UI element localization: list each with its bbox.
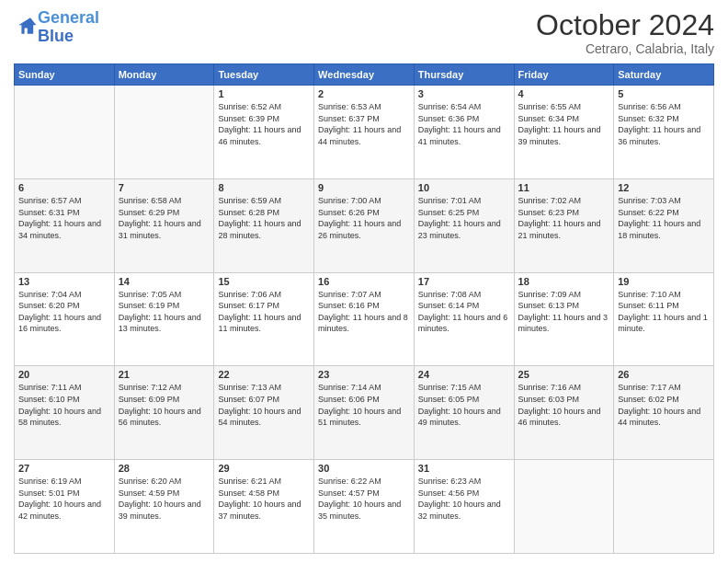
day-info: Sunrise: 6:22 AM Sunset: 4:57 PM Dayligh… [318, 476, 410, 522]
calendar-day-cell: 3Sunrise: 6:54 AM Sunset: 6:36 PM Daylig… [414, 86, 514, 179]
day-info: Sunrise: 7:01 AM Sunset: 6:25 PM Dayligh… [418, 195, 510, 241]
day-info: Sunrise: 6:52 AM Sunset: 6:39 PM Dayligh… [218, 101, 310, 147]
day-number: 28 [119, 463, 210, 474]
day-info: Sunrise: 7:15 AM Sunset: 6:05 PM Dayligh… [418, 382, 510, 428]
day-number: 6 [18, 182, 110, 193]
day-info: Sunrise: 6:55 AM Sunset: 6:34 PM Dayligh… [518, 101, 610, 147]
day-info: Sunrise: 7:06 AM Sunset: 6:17 PM Dayligh… [218, 289, 310, 335]
page: General Blue October 2024 Cetraro, Calab… [0, 0, 728, 563]
day-number: 30 [318, 463, 410, 474]
calendar-day-cell: 28Sunrise: 6:20 AM Sunset: 4:59 PM Dayli… [114, 460, 214, 554]
weekday-header: Wednesday [314, 64, 415, 86]
day-number: 7 [119, 182, 210, 193]
day-number: 31 [418, 463, 510, 474]
calendar-day-cell: 13Sunrise: 7:04 AM Sunset: 6:20 PM Dayli… [15, 272, 115, 366]
day-info: Sunrise: 7:11 AM Sunset: 6:10 PM Dayligh… [18, 382, 110, 428]
day-info: Sunrise: 7:13 AM Sunset: 6:07 PM Dayligh… [218, 382, 310, 428]
calendar-week-row: 20Sunrise: 7:11 AM Sunset: 6:10 PM Dayli… [15, 366, 714, 460]
calendar-day-cell: 11Sunrise: 7:02 AM Sunset: 6:23 PM Dayli… [514, 178, 614, 272]
day-number: 27 [18, 463, 110, 474]
calendar-header-row: SundayMondayTuesdayWednesdayThursdayFrid… [15, 64, 714, 86]
day-number: 18 [518, 276, 610, 287]
day-info: Sunrise: 6:59 AM Sunset: 6:28 PM Dayligh… [218, 195, 310, 241]
calendar-day-cell [114, 86, 214, 179]
calendar-day-cell: 14Sunrise: 7:05 AM Sunset: 6:19 PM Dayli… [114, 272, 214, 366]
day-info: Sunrise: 7:10 AM Sunset: 6:11 PM Dayligh… [618, 289, 710, 335]
calendar-day-cell: 8Sunrise: 6:59 AM Sunset: 6:28 PM Daylig… [214, 178, 314, 272]
calendar-day-cell: 22Sunrise: 7:13 AM Sunset: 6:07 PM Dayli… [214, 366, 314, 460]
day-info: Sunrise: 7:07 AM Sunset: 6:16 PM Dayligh… [318, 289, 410, 335]
day-info: Sunrise: 6:57 AM Sunset: 6:31 PM Dayligh… [18, 195, 110, 241]
day-number: 4 [518, 88, 610, 99]
day-number: 3 [418, 88, 510, 99]
day-number: 15 [218, 276, 310, 287]
day-number: 20 [18, 369, 110, 380]
calendar-day-cell: 4Sunrise: 6:55 AM Sunset: 6:34 PM Daylig… [514, 86, 614, 179]
svg-marker-0 [18, 17, 36, 34]
day-number: 11 [518, 182, 610, 193]
day-number: 25 [518, 369, 610, 380]
day-info: Sunrise: 6:21 AM Sunset: 4:58 PM Dayligh… [218, 476, 310, 522]
logo-text: General Blue [38, 9, 99, 46]
day-info: Sunrise: 7:12 AM Sunset: 6:09 PM Dayligh… [119, 382, 210, 428]
day-info: Sunrise: 7:16 AM Sunset: 6:03 PM Dayligh… [518, 382, 610, 428]
day-number: 21 [119, 369, 210, 380]
location: Cetraro, Calabria, Italy [536, 41, 714, 56]
day-info: Sunrise: 6:19 AM Sunset: 5:01 PM Dayligh… [18, 476, 110, 522]
header: General Blue October 2024 Cetraro, Calab… [14, 9, 714, 56]
calendar-day-cell: 5Sunrise: 6:56 AM Sunset: 6:32 PM Daylig… [614, 86, 714, 179]
calendar-day-cell [15, 86, 115, 179]
day-number: 17 [418, 276, 510, 287]
calendar: SundayMondayTuesdayWednesdayThursdayFrid… [14, 63, 714, 554]
day-info: Sunrise: 6:53 AM Sunset: 6:37 PM Dayligh… [318, 101, 410, 147]
weekday-header: Friday [514, 64, 614, 86]
month-title: October 2024 [536, 9, 714, 41]
calendar-day-cell: 29Sunrise: 6:21 AM Sunset: 4:58 PM Dayli… [214, 460, 314, 554]
day-number: 5 [618, 88, 710, 99]
weekday-header: Sunday [15, 64, 115, 86]
day-number: 16 [318, 276, 410, 287]
day-number: 22 [218, 369, 310, 380]
calendar-day-cell: 6Sunrise: 6:57 AM Sunset: 6:31 PM Daylig… [15, 178, 115, 272]
calendar-day-cell: 1Sunrise: 6:52 AM Sunset: 6:39 PM Daylig… [214, 86, 314, 179]
calendar-day-cell: 18Sunrise: 7:09 AM Sunset: 6:13 PM Dayli… [514, 272, 614, 366]
day-number: 10 [418, 182, 510, 193]
day-info: Sunrise: 6:56 AM Sunset: 6:32 PM Dayligh… [618, 101, 710, 147]
calendar-day-cell: 17Sunrise: 7:08 AM Sunset: 6:14 PM Dayli… [414, 272, 514, 366]
calendar-day-cell: 16Sunrise: 7:07 AM Sunset: 6:16 PM Dayli… [314, 272, 415, 366]
day-number: 9 [318, 182, 410, 193]
logo-icon [16, 15, 38, 37]
calendar-day-cell: 24Sunrise: 7:15 AM Sunset: 6:05 PM Dayli… [414, 366, 514, 460]
day-number: 26 [618, 369, 710, 380]
calendar-day-cell: 25Sunrise: 7:16 AM Sunset: 6:03 PM Dayli… [514, 366, 614, 460]
calendar-day-cell: 12Sunrise: 7:03 AM Sunset: 6:22 PM Dayli… [614, 178, 714, 272]
calendar-day-cell: 27Sunrise: 6:19 AM Sunset: 5:01 PM Dayli… [15, 460, 115, 554]
day-number: 19 [618, 276, 710, 287]
day-info: Sunrise: 6:20 AM Sunset: 4:59 PM Dayligh… [119, 476, 210, 522]
day-number: 8 [218, 182, 310, 193]
day-info: Sunrise: 7:09 AM Sunset: 6:13 PM Dayligh… [518, 289, 610, 335]
calendar-week-row: 6Sunrise: 6:57 AM Sunset: 6:31 PM Daylig… [15, 178, 714, 272]
day-info: Sunrise: 6:54 AM Sunset: 6:36 PM Dayligh… [418, 101, 510, 147]
calendar-day-cell: 20Sunrise: 7:11 AM Sunset: 6:10 PM Dayli… [15, 366, 115, 460]
day-number: 24 [418, 369, 510, 380]
day-info: Sunrise: 7:05 AM Sunset: 6:19 PM Dayligh… [119, 289, 210, 335]
day-number: 2 [318, 88, 410, 99]
day-info: Sunrise: 6:23 AM Sunset: 4:56 PM Dayligh… [418, 476, 510, 522]
calendar-day-cell: 21Sunrise: 7:12 AM Sunset: 6:09 PM Dayli… [114, 366, 214, 460]
day-info: Sunrise: 7:00 AM Sunset: 6:26 PM Dayligh… [318, 195, 410, 241]
weekday-header: Saturday [614, 64, 714, 86]
day-number: 23 [318, 369, 410, 380]
title-block: October 2024 Cetraro, Calabria, Italy [536, 9, 714, 56]
weekday-header: Thursday [414, 64, 514, 86]
calendar-day-cell: 2Sunrise: 6:53 AM Sunset: 6:37 PM Daylig… [314, 86, 415, 179]
calendar-day-cell: 10Sunrise: 7:01 AM Sunset: 6:25 PM Dayli… [414, 178, 514, 272]
calendar-day-cell: 26Sunrise: 7:17 AM Sunset: 6:02 PM Dayli… [614, 366, 714, 460]
logo-general: General [38, 8, 99, 27]
calendar-day-cell: 7Sunrise: 6:58 AM Sunset: 6:29 PM Daylig… [114, 178, 214, 272]
day-info: Sunrise: 7:08 AM Sunset: 6:14 PM Dayligh… [418, 289, 510, 335]
calendar-day-cell [614, 460, 714, 554]
calendar-day-cell: 30Sunrise: 6:22 AM Sunset: 4:57 PM Dayli… [314, 460, 415, 554]
calendar-week-row: 13Sunrise: 7:04 AM Sunset: 6:20 PM Dayli… [15, 272, 714, 366]
calendar-week-row: 27Sunrise: 6:19 AM Sunset: 5:01 PM Dayli… [15, 460, 714, 554]
